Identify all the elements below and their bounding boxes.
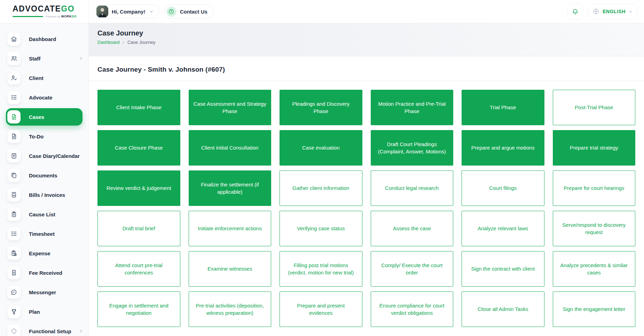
sidebar-item-label: Fee Received: [29, 270, 62, 276]
journey-card-ensure-compliance-for-court-verdict-obligations[interactable]: Ensure compliance for court verdict obli…: [371, 291, 454, 327]
user-check-icon: [7, 71, 21, 85]
journey-card-engage-in-settlement-and-negotiation[interactable]: Engage in settlement and negotiation: [97, 291, 180, 327]
sidebar-item-label: Case Diary/Calendar: [29, 153, 80, 159]
section-header: Case Journey - Smith v. Johnson (#607): [89, 56, 644, 81]
sidebar-item-advocate[interactable]: Advocate: [0, 89, 88, 106]
journey-card-close-all-admin-tasks[interactable]: Close all Admin Tasks: [462, 291, 544, 327]
chevron-down-icon: [628, 9, 633, 14]
journey-card-attend-court-pre-trial-conferences[interactable]: Attend court pre-trial conferences: [97, 251, 180, 287]
sidebar-item-plan[interactable]: Plan: [0, 303, 88, 320]
journey-card-draft-court-pleadings-complaint-answer-motions[interactable]: Draft Court Pleadings (Complaint, Answer…: [371, 130, 454, 166]
journey-card-review-verdict-judgement[interactable]: Review verdict & judgement: [97, 170, 180, 206]
sidebar-item-label: Cases: [29, 114, 44, 120]
sidebar-item-cases[interactable]: Cases: [6, 108, 83, 126]
sidebar-item-timesheet[interactable]: Timesheet: [0, 225, 88, 242]
sidebar-item-label: Client: [29, 75, 44, 81]
home-icon: [7, 32, 21, 46]
clipboard-icon: [7, 208, 21, 221]
logo-text-primary: ADVOCATE: [13, 4, 61, 13]
receipt-icon: $: [7, 266, 21, 279]
contact-us-label: Contact Us: [180, 9, 207, 15]
journey-card-client-initial-consultation[interactable]: Client initial Consultation: [189, 130, 272, 166]
sidebar-item-documents[interactable]: Documents: [0, 167, 88, 184]
breadcrumb-dashboard-link[interactable]: Dashboard: [97, 40, 120, 45]
language-selector[interactable]: ENGLISH: [588, 3, 638, 19]
sidebar-item-cause-list[interactable]: Cause List: [0, 206, 88, 223]
sidebar-item-label: Advocate: [29, 95, 53, 101]
journey-grid: Client Intake PhaseCase Assessment and S…: [89, 81, 644, 336]
page-header: Case Journey Dashboard › Case Journey: [89, 23, 644, 56]
journey-card-comply-execute-the-court-order[interactable]: Comply/ Execute the court order: [371, 251, 454, 287]
journey-card-case-evaluation[interactable]: Case evaluation: [280, 130, 362, 166]
language-label: ENGLISH: [603, 9, 626, 14]
journey-card-case-assessment-and-strategy-phase[interactable]: Case Assessment and Strategy Phase: [189, 90, 272, 125]
journey-card-prepare-and-argue-motions[interactable]: Prepare and argue motions: [462, 130, 544, 166]
sidebar-item-bills-invoices[interactable]: Bills / Invoices: [0, 186, 88, 203]
journey-card-conduct-legal-research[interactable]: Conduct legal research: [371, 170, 454, 206]
sidebar-item-label: Functional Setup: [29, 328, 71, 334]
journey-card-finalize-the-settlement-if-applicable[interactable]: Finalize the settlement (if applicable): [189, 170, 272, 206]
journey-card-gather-client-information[interactable]: Gather client information: [280, 170, 362, 206]
journey-card-prepare-and-present-evidences[interactable]: Prepare and present evidences: [280, 291, 362, 327]
sidebar-item-label: Cause List: [29, 211, 55, 217]
journey-card-sign-the-contract-with-client[interactable]: Sign the contract with client: [462, 251, 544, 287]
sidebar-item-fee-received[interactable]: $Fee Received: [0, 264, 88, 281]
sidebar-item-to-do[interactable]: To-Do: [0, 128, 88, 145]
file-chart-icon: [7, 188, 21, 201]
page-title: Case Journey: [97, 29, 635, 37]
journey-card-initiate-enforcement-actions[interactable]: Initiate enforcement actions: [189, 211, 272, 246]
journey-card-client-intake-phase[interactable]: Client Intake Phase: [97, 90, 180, 125]
journey-card-analyze-relevant-laws[interactable]: Analyze relevant laws: [462, 211, 544, 246]
sidebar-item-label: Documents: [29, 173, 57, 178]
journey-card-examine-witnesses[interactable]: Examine witnesses: [189, 251, 272, 287]
sidebar-item-label: Dashboard: [29, 36, 56, 42]
journey-card-case-closure-phase[interactable]: Case Closure Phase: [97, 130, 180, 166]
journey-card-assess-the-case[interactable]: Assess the case: [371, 211, 454, 246]
app-logo: ADVOCATEGO Powered By WORKDO: [0, 0, 89, 23]
journey-card-prepare-for-court-hearings[interactable]: Prepare for court hearings: [553, 170, 636, 206]
journey-card-trial-phase[interactable]: Trial Phase: [462, 90, 544, 125]
breadcrumb-separator-icon: ›: [123, 40, 124, 45]
sidebar-item-expense[interactable]: Expense: [0, 245, 88, 262]
journey-card-pleadings-and-discovery-phase[interactable]: Pleadings and Discovery Phase: [280, 90, 362, 125]
journey-card-serve-respond-to-discovery-request[interactable]: Serve/respond to discovery request: [553, 211, 636, 246]
sidebar-item-client[interactable]: Client: [0, 69, 88, 87]
journey-card-sign-the-engagement-letter[interactable]: Sign the engagement letter: [553, 291, 636, 327]
sidebar-item-case-diary-calendar[interactable]: Case Diary/Calendar: [0, 147, 88, 165]
top-bar: ADVOCATEGO Powered By WORKDO Hi, Company…: [0, 0, 644, 23]
user-greeting: Hi, Company!: [112, 9, 146, 15]
section-title: Case Journey - Smith v. Johnson (#607): [97, 66, 635, 73]
sidebar-item-messenger[interactable]: Messenger: [0, 283, 88, 301]
svg-text:$: $: [13, 271, 15, 274]
journey-card-filling-post-trial-motions-verdict-motion-for-new-trial[interactable]: Filling post trial motions (verdict, mot…: [280, 251, 362, 287]
sidebar-item-label: Messenger: [29, 289, 56, 295]
sidebar-item-label: Bills / Invoices: [29, 192, 65, 198]
journey-card-verifying-case-status[interactable]: Verifying case status: [280, 211, 362, 246]
users-icon: [7, 52, 21, 65]
journey-card-court-filings[interactable]: Court filings: [462, 170, 544, 206]
notifications-button[interactable]: [567, 3, 583, 19]
bell-icon: [572, 8, 579, 15]
sidebar-nav: DashboardStaffClientAdvocateCasesTo-DoCa…: [0, 23, 89, 336]
journey-card-post-trial-phase[interactable]: Post-Trial Phase: [553, 90, 636, 125]
chevron-right-icon: [79, 56, 84, 61]
list-check-icon: [7, 227, 21, 240]
journey-card-motion-practice-and-pre-trial-phase[interactable]: Motion Practice and Pre-Trial Phase: [371, 90, 454, 125]
sidebar-item-label: Expense: [29, 250, 50, 256]
breadcrumb: Dashboard › Case Journey: [97, 40, 635, 45]
sidebar-item-staff[interactable]: Staff: [0, 50, 88, 67]
list-check-icon: [7, 91, 21, 104]
sidebar-item-dashboard[interactable]: Dashboard: [0, 30, 88, 48]
journey-card-analyze-precedents-similar-cases[interactable]: Analyze precedents & similar cases: [553, 251, 636, 287]
file-doc-icon: [7, 110, 21, 123]
sidebar-item-functional-setup[interactable]: Functional Setup: [0, 322, 88, 336]
journey-card-pre-trial-activities-deposition-witness-preparation[interactable]: Pre-trial activities (deposition, witnes…: [189, 291, 272, 327]
journey-card-draft-trial-brief[interactable]: Draft trial brief: [97, 211, 180, 246]
logo-underline: [13, 16, 43, 17]
topbar-left-group: Hi, Company! Contact Us: [89, 5, 214, 18]
journey-card-prepare-trial-strategy[interactable]: Prepare trial strategy: [553, 130, 636, 166]
user-menu[interactable]: Hi, Company!: [95, 5, 159, 18]
app-logo-wordmark: ADVOCATEGO: [13, 5, 88, 13]
file-plus-icon: [7, 130, 21, 143]
contact-us-button[interactable]: Contact Us: [164, 5, 214, 18]
